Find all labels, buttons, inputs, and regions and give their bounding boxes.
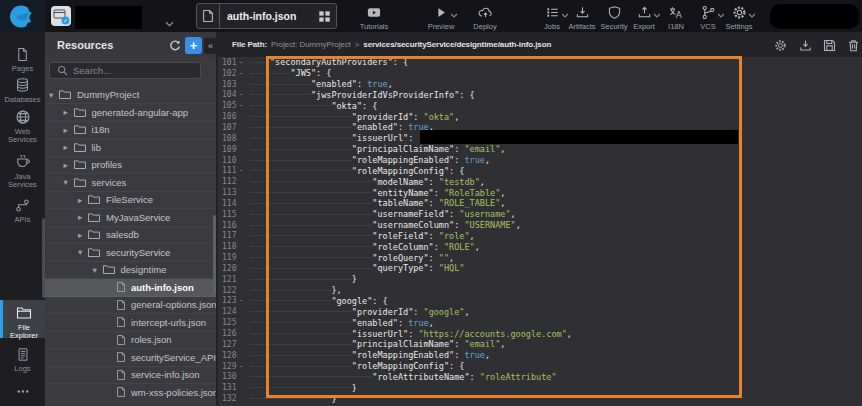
activity-item-label: APIs: [0, 216, 45, 224]
activity-item-java-services[interactable]: JavaServices: [0, 154, 45, 189]
tree-item-DummyProject[interactable]: ▾DummyProject: [45, 87, 218, 105]
chevron-down-icon: [748, 11, 756, 20]
code-line-101: 101-"secondaryAuthProviders": {: [218, 57, 862, 68]
tree-item-MyJavaService[interactable]: ▸MyJavaService: [45, 209, 218, 227]
indent-guide: [250, 285, 332, 296]
tree-item-wm-xss-policies.json[interactable]: wm-xss-policies.json: [45, 384, 218, 402]
fold-marker[interactable]: -: [235, 69, 247, 78]
refresh-icon[interactable]: [165, 36, 183, 54]
collapsed-arrow-icon[interactable]: ▸: [64, 160, 74, 170]
tree-item-salesdb[interactable]: ▸salesdb: [45, 227, 218, 245]
code-token: "role": [439, 231, 470, 241]
code-token: "enabled": [352, 122, 398, 132]
expanded-arrow-icon[interactable]: ▾: [78, 247, 88, 257]
add-resource-button[interactable]: +: [185, 37, 202, 54]
code-token: "queryType": [372, 263, 428, 273]
collapsed-arrow-icon[interactable]: ▸: [64, 107, 74, 117]
code-token: ,: [464, 307, 469, 317]
toolbar-item-settings[interactable]: Settings: [713, 5, 765, 31]
code-token: }: [352, 274, 357, 284]
activity-item-logs[interactable]: Logs: [0, 346, 45, 373]
tree-item-lib[interactable]: ▸lib: [45, 139, 218, 157]
toolbar-item-label: Tutorials: [348, 22, 400, 31]
code-token: "issuerUrl": [352, 133, 408, 143]
activity-item-file-explorer[interactable]: FileExplorer: [0, 300, 45, 338]
tree-item-general-options.json[interactable]: general-options.json: [45, 297, 218, 315]
line-number: 120: [222, 264, 235, 273]
code-token: ,: [500, 198, 505, 208]
delete-file-icon[interactable]: [846, 38, 860, 52]
collapsed-arrow-icon[interactable]: ▸: [64, 142, 74, 152]
collapsed-arrow-icon[interactable]: ▸: [64, 125, 74, 135]
file-path-project: Project: DummyProject: [271, 40, 351, 49]
code-token: :: [454, 155, 464, 165]
code-token: :: [408, 133, 418, 143]
tree-item-service-info.json[interactable]: service-info.json: [45, 367, 218, 385]
indent-guide: [250, 339, 352, 350]
wavemaker-logo[interactable]: [0, 0, 45, 32]
expanded-arrow-icon[interactable]: ▾: [93, 265, 103, 275]
fold-marker[interactable]: -: [235, 90, 247, 99]
toolbar-item-tutorials[interactable]: Tutorials: [348, 5, 400, 31]
code-token: "roleMappingEnabled": [352, 350, 454, 360]
tree-item-label: i18n: [92, 124, 110, 135]
search-input[interactable]: [73, 65, 183, 76]
code-line-123: 123-"google": {: [218, 296, 862, 307]
tree-item-profiles[interactable]: ▸profiles: [45, 157, 218, 175]
code-token: ,: [500, 339, 505, 349]
line-number: 128: [222, 351, 235, 360]
code-line-132: 132}: [218, 393, 862, 404]
indent-guide: [250, 90, 311, 101]
code-line-102: 102-"JWS": {: [218, 68, 862, 79]
file-icon: [117, 352, 125, 362]
activity-item-databases[interactable]: Databases: [0, 77, 45, 104]
tree-item-generated-angular-app[interactable]: ▸generated-angular-app: [45, 104, 218, 122]
code-line-106: 106"providerId": "okta",: [218, 111, 862, 122]
code-editor[interactable]: 101-"secondaryAuthProviders": {102-"JWS"…: [218, 57, 862, 406]
tree-item-securityService_API.js[interactable]: securityService_API.js: [45, 349, 218, 367]
tree-item-label: securityService: [106, 247, 170, 258]
search-box[interactable]: [49, 62, 201, 79]
collapsed-arrow-icon[interactable]: ▸: [78, 212, 88, 222]
fold-marker[interactable]: -: [235, 166, 247, 175]
top-bar: auth-info.json TutorialsPreviewDeployJob…: [0, 0, 862, 32]
collapsed-arrow-icon[interactable]: ▸: [78, 230, 88, 240]
code-token: :: [449, 209, 459, 219]
code-line-104: 104-"jwsProviderIdVsProviderInfo": {: [218, 90, 862, 101]
tree-item-roles.json[interactable]: roles.json: [45, 332, 218, 350]
code-line-128: 128"roleMappingEnabled": true,: [218, 350, 862, 361]
tree-item-label: services: [92, 177, 127, 188]
fold-marker[interactable]: -: [235, 101, 247, 110]
tree-item-securityService[interactable]: ▾securityService: [45, 244, 218, 262]
code-token: "https://accounts.google.com": [418, 329, 566, 339]
activity-item-label: JavaServices: [0, 173, 45, 189]
tree-item-i18n[interactable]: ▸i18n: [45, 122, 218, 140]
fold-marker[interactable]: -: [235, 58, 247, 67]
project-chevron-down-icon[interactable]: [165, 13, 174, 31]
indent-guide: [250, 57, 270, 68]
activity-item-pages[interactable]: Pages: [0, 46, 45, 73]
tree-item-FileService[interactable]: ▸FileService: [45, 192, 218, 210]
download-file-icon[interactable]: [798, 38, 812, 52]
tree-item-auth-info.json[interactable]: auth-info.json: [45, 279, 218, 297]
tree-item-services[interactable]: ▾services: [45, 174, 218, 192]
expanded-arrow-icon[interactable]: ▾: [64, 177, 74, 187]
fold-marker[interactable]: -: [235, 362, 247, 371]
tree-item-designtime[interactable]: ▾designtime: [45, 262, 218, 280]
activity-item-web-services[interactable]: WebServices: [0, 109, 45, 144]
activity-item-apis[interactable]: APIs: [0, 197, 45, 224]
project-avatar[interactable]: [51, 6, 71, 26]
collapsed-arrow-icon[interactable]: ▸: [78, 195, 88, 205]
file-icon: [117, 387, 125, 397]
toolbar-item-deploy[interactable]: Deploy: [459, 5, 511, 31]
save-file-icon[interactable]: [822, 38, 836, 52]
grid-view-icon[interactable]: [312, 10, 336, 23]
code-token: "roleMappingConfig": [352, 166, 449, 176]
code-token: "RoleTable": [444, 188, 500, 198]
tree-item-intercept-urls.json[interactable]: intercept-urls.json: [45, 314, 218, 332]
open-file-tab[interactable]: auth-info.json: [196, 3, 337, 29]
activity-item-more[interactable]: [0, 383, 45, 402]
fold-marker[interactable]: -: [235, 296, 247, 305]
expanded-arrow-icon[interactable]: ▾: [49, 90, 59, 100]
editor-settings-gear-icon[interactable]: [773, 38, 787, 52]
